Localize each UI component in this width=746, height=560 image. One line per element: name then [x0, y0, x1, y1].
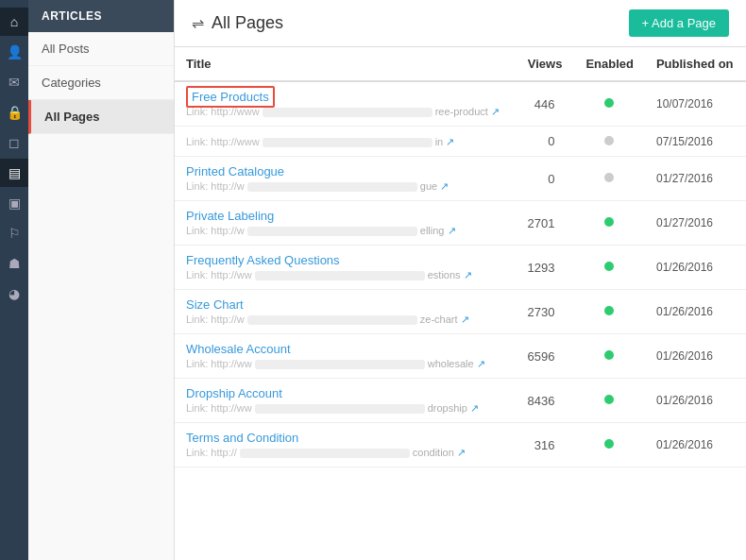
- col-views: Views: [516, 47, 574, 81]
- row-published: 01/26/2016: [645, 290, 746, 334]
- table-row: Link: http://wwwin ↗007/15/2016: [175, 127, 746, 157]
- row-link: Link: http://wwdropship ↗: [186, 402, 504, 415]
- table-row: Dropship AccountLink: http://wwdropship …: [175, 379, 746, 423]
- row-link: Link: http://wwestions ↗: [186, 269, 504, 281]
- row-published: 01/27/2016: [645, 157, 746, 201]
- table-row: Frequently Asked QuestionsLink: http://w…: [175, 246, 746, 290]
- home-icon[interactable]: ⌂: [0, 8, 28, 36]
- page-title-text: All Pages: [212, 13, 283, 33]
- status-dot-green: [604, 306, 614, 315]
- main-content: ⇌ All Pages + Add a Page Title Views Ena…: [175, 0, 746, 560]
- box-icon[interactable]: ◻: [0, 128, 28, 157]
- table-row: Free ProductsLink: http://wwwree-product…: [175, 81, 746, 127]
- status-dot-green: [604, 262, 614, 271]
- row-title-cell: Printed Catalogue: [186, 164, 504, 178]
- row-published: 01/26/2016: [645, 423, 746, 467]
- row-published: 01/26/2016: [645, 379, 746, 423]
- row-views: 0: [516, 157, 574, 201]
- row-link: Link: http://wwwin ↗: [186, 136, 504, 148]
- row-link: Link: http://welling ↗: [186, 225, 504, 237]
- sidebar-item-categories[interactable]: Categories: [28, 66, 174, 100]
- table-row: Private LabelingLink: http://welling ↗27…: [175, 201, 746, 246]
- articles-sidebar: ARTICLES All Posts Categories All Pages: [28, 0, 175, 560]
- row-enabled: [573, 423, 645, 467]
- table-row: Terms and ConditionLink: http://conditio…: [175, 423, 746, 467]
- row-title-cell: Private Labeling: [186, 209, 504, 223]
- row-title-link[interactable]: Dropship Account: [186, 386, 282, 400]
- title-icon: ⇌: [192, 14, 204, 32]
- row-published: 07/15/2016: [645, 127, 746, 157]
- row-title-cell: Terms and Condition: [186, 431, 504, 445]
- table-row: Wholesale AccountLink: http://wwwholesal…: [175, 334, 746, 379]
- status-dot-green: [604, 395, 614, 404]
- status-dot-green: [604, 217, 614, 227]
- row-views: 316: [516, 423, 574, 467]
- table-area: Title Views Enabled Published on Free Pr…: [175, 47, 746, 560]
- table-row: Printed CatalogueLink: http://wgue ↗001/…: [175, 157, 746, 201]
- icon-sidebar: ⌂ 👤 ✉ 🔒 ◻ ▤ ▣ ⚐ ☗ ◕: [0, 0, 28, 560]
- status-dot-green: [604, 98, 614, 108]
- top-bar: ⇌ All Pages + Add a Page: [175, 0, 746, 47]
- lock-icon[interactable]: 🔒: [0, 98, 28, 127]
- page-title: ⇌ All Pages: [192, 13, 283, 33]
- row-views: 2730: [516, 290, 574, 334]
- row-enabled: [573, 201, 645, 246]
- status-dot-green: [604, 350, 614, 360]
- page-icon[interactable]: ▤: [0, 159, 28, 187]
- email-icon[interactable]: ✉: [0, 68, 28, 96]
- row-views: 2701: [516, 201, 574, 246]
- row-link: Link: http://condition ↗: [186, 447, 504, 459]
- group-icon[interactable]: ☗: [0, 249, 28, 278]
- row-views: 446: [516, 81, 574, 127]
- row-title-link[interactable]: Private Labeling: [186, 209, 274, 223]
- row-views: 6596: [516, 334, 574, 379]
- row-title-cell: Wholesale Account: [186, 342, 504, 356]
- row-title-link[interactable]: Size Chart: [186, 297, 244, 312]
- col-published: Published on: [645, 47, 746, 81]
- bookmark-icon[interactable]: ⚐: [0, 219, 28, 247]
- table-row: Size ChartLink: http://wze-chart ↗273001…: [175, 290, 746, 334]
- row-title-cell: Frequently Asked Questions: [186, 253, 504, 267]
- col-enabled: Enabled: [573, 47, 645, 81]
- row-title-link[interactable]: Wholesale Account: [186, 342, 291, 356]
- row-published: 01/26/2016: [645, 334, 746, 379]
- row-title-cell: Dropship Account: [186, 386, 504, 400]
- sidebar-item-all-posts[interactable]: All Posts: [28, 32, 174, 66]
- status-dot-green: [604, 439, 614, 449]
- row-link: Link: http://wgue ↗: [186, 180, 504, 193]
- sidebar-header: ARTICLES: [28, 0, 174, 32]
- monitor-icon[interactable]: ▣: [0, 189, 28, 217]
- status-dot-gray: [604, 136, 614, 145]
- row-published: 01/27/2016: [645, 201, 746, 246]
- status-dot-gray: [604, 173, 614, 182]
- sidebar-item-all-pages[interactable]: All Pages: [28, 100, 174, 134]
- row-enabled: [573, 157, 645, 201]
- row-enabled: [573, 290, 645, 334]
- row-views: 8436: [516, 379, 574, 423]
- add-page-button[interactable]: + Add a Page: [629, 9, 729, 37]
- row-enabled: [573, 246, 645, 290]
- row-link: Link: http://wwwholesale ↗: [186, 358, 504, 370]
- row-link: Link: http://wze-chart ↗: [186, 314, 504, 326]
- row-views: 0: [516, 127, 574, 157]
- row-enabled: [573, 81, 645, 127]
- row-views: 1293: [516, 246, 574, 290]
- row-published: 01/26/2016: [645, 246, 746, 290]
- row-enabled: [573, 379, 645, 423]
- row-enabled: [573, 127, 645, 157]
- row-title-link[interactable]: Frequently Asked Questions: [186, 253, 340, 267]
- row-title-link[interactable]: Printed Catalogue: [186, 164, 284, 178]
- chart-icon[interactable]: ◕: [0, 280, 28, 308]
- row-link: Link: http://wwwree-product ↗: [186, 106, 504, 118]
- row-title-link[interactable]: Free Products: [186, 86, 275, 108]
- row-title-cell: Free Products: [186, 90, 504, 104]
- col-title: Title: [175, 47, 516, 81]
- row-title-link[interactable]: Terms and Condition: [186, 431, 298, 445]
- row-published: 10/07/2016: [645, 81, 746, 127]
- pages-table: Title Views Enabled Published on Free Pr…: [175, 47, 746, 467]
- row-title-cell: Size Chart: [186, 297, 504, 312]
- user-icon[interactable]: 👤: [0, 38, 28, 66]
- row-enabled: [573, 334, 645, 379]
